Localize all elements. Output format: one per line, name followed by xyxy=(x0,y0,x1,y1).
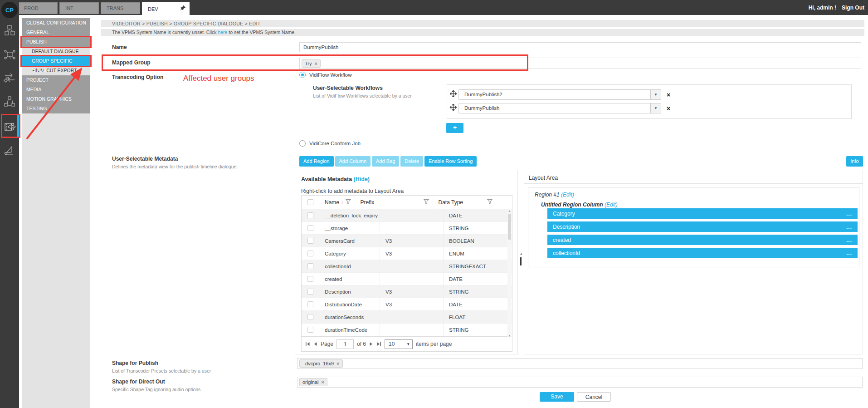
remove-workflow-icon[interactable]: × xyxy=(667,92,670,98)
layout-field-bar[interactable]: collectionId ... xyxy=(547,248,858,258)
table-row[interactable]: Description V3 STRING xyxy=(302,285,512,298)
panel-splitter[interactable]: ◄ xyxy=(519,170,523,354)
shape-for-publish-field[interactable]: _dvcpro_16x9 × xyxy=(297,358,863,369)
radio-vidicore-conform-job[interactable]: VidiCore Conform Job xyxy=(299,140,361,147)
toolbar-button[interactable]: Add Bag xyxy=(372,156,399,167)
remove-tag-icon[interactable]: × xyxy=(314,61,317,66)
sidebar-item[interactable]: MEDIA xyxy=(22,85,90,94)
layout-field-bar[interactable]: created ... xyxy=(547,235,858,245)
row-checkbox[interactable] xyxy=(307,212,313,218)
toolbar-button[interactable]: Add Region xyxy=(299,156,334,167)
sign-out-link[interactable]: Sign Out xyxy=(842,5,864,11)
table-row[interactable]: __storage STRING xyxy=(302,222,512,235)
cancel-button[interactable]: Cancel xyxy=(577,392,611,402)
info-button[interactable]: Info xyxy=(846,156,863,167)
grid-column-header[interactable]: Prefix ↑ xyxy=(355,196,433,209)
sidebar-item[interactable]: PROJECT xyxy=(22,75,90,85)
drag-handle-icon[interactable] xyxy=(450,104,457,113)
toolbar-button[interactable]: Add Column xyxy=(335,156,371,167)
column-edit-link[interactable]: (Edit) xyxy=(605,202,618,208)
sidebar-item[interactable]: MOTION GRAPHICS xyxy=(22,94,90,104)
table-row[interactable]: collectionId STRINGEXACT xyxy=(302,260,512,273)
layout-field-bar[interactable]: Category ... xyxy=(547,208,858,219)
table-row[interactable]: Category V3 ENUM xyxy=(302,247,512,260)
env-tab[interactable]: DEV xyxy=(142,2,190,15)
chevron-down-icon[interactable]: ▼ xyxy=(650,103,661,113)
env-tab[interactable]: TRANS xyxy=(101,2,140,14)
vector-tools-icon[interactable] xyxy=(4,144,16,156)
add-workflow-button[interactable]: + xyxy=(446,123,463,133)
grid-scrollbar[interactable]: ▲ ▼ xyxy=(507,210,512,337)
network-config-icon[interactable] xyxy=(4,49,16,61)
row-checkbox[interactable] xyxy=(307,251,313,256)
select-all-checkbox[interactable] xyxy=(307,199,313,205)
scroll-down-icon[interactable]: ▼ xyxy=(508,334,511,337)
remove-workflow-icon[interactable]: × xyxy=(667,105,670,112)
chevron-down-icon[interactable]: ▼ xyxy=(650,90,661,99)
sidebar-item[interactable]: GROUP SPECIFIC DIALO... xyxy=(22,56,90,66)
sidebar-item[interactable]: GLOBAL CONFIGURATION xyxy=(22,18,90,28)
radio-vidiflow-workflow[interactable]: VidiFlow Workflow xyxy=(299,72,352,78)
lifecycle-icon[interactable] xyxy=(4,96,16,108)
row-checkbox[interactable] xyxy=(307,238,313,244)
table-row[interactable]: durationSeconds FLOAT xyxy=(302,311,512,324)
table-row[interactable]: DistributionDate V3 DATE xyxy=(302,298,512,311)
sidebar-item[interactable]: TESTING xyxy=(22,104,90,113)
mapped-group-field[interactable]: Try × xyxy=(299,58,861,69)
vidieditor-icon[interactable] xyxy=(4,121,16,133)
workflow-dropdown[interactable]: DummyPublish2 ▼ xyxy=(458,89,661,100)
filter-funnel-icon[interactable] xyxy=(346,199,351,206)
workflow-dropdown[interactable]: DummyPublish ▼ xyxy=(458,103,661,113)
sidebar-item[interactable]: DEFAULT DIALOGUE xyxy=(22,47,90,56)
row-checkbox[interactable] xyxy=(307,301,313,307)
toolbar-button[interactable]: Enable Row Sorting xyxy=(424,156,477,167)
more-options-icon[interactable]: ... xyxy=(846,212,852,216)
next-page-icon[interactable] xyxy=(369,342,373,346)
row-checkbox[interactable] xyxy=(307,276,313,282)
scrollbar-thumb[interactable] xyxy=(508,214,511,240)
layout-field-bar[interactable]: Description ... xyxy=(547,221,858,232)
more-options-icon[interactable]: ... xyxy=(846,238,852,242)
drag-handle-icon[interactable] xyxy=(450,90,457,99)
env-tab[interactable]: PROD xyxy=(18,2,58,14)
table-row[interactable]: created DATE xyxy=(302,273,512,285)
remove-tag-icon[interactable]: × xyxy=(336,361,339,366)
filter-funnel-icon[interactable] xyxy=(487,199,493,206)
row-checkbox[interactable] xyxy=(307,225,313,231)
row-checkbox[interactable] xyxy=(307,314,313,320)
sidebar-item[interactable]: GENERAL xyxy=(22,28,90,37)
page-number-input[interactable]: 1 xyxy=(336,339,354,349)
splitter-grip[interactable] xyxy=(520,257,522,265)
save-button[interactable]: Save xyxy=(540,392,574,402)
name-input[interactable]: DummyPublish xyxy=(299,42,861,52)
region-edit-link[interactable]: (Edit) xyxy=(561,192,574,198)
hide-link[interactable]: (Hide) xyxy=(354,176,370,182)
scroll-up-icon[interactable]: ▲ xyxy=(508,210,511,212)
row-checkbox[interactable] xyxy=(307,289,313,295)
grid-column-header[interactable]: Name ↑ xyxy=(319,196,355,209)
items-per-page-select[interactable]: 10 ▼ xyxy=(385,339,413,349)
sidebar-item[interactable]: PUBLISH xyxy=(22,37,90,47)
table-row[interactable]: CameraCard V3 BOOLEAN xyxy=(302,235,512,247)
grid-column-header[interactable]: Data Type ↑ xyxy=(433,196,496,209)
more-options-icon[interactable]: ... xyxy=(846,251,852,255)
row-checkbox[interactable] xyxy=(307,327,313,333)
more-options-icon[interactable]: ... xyxy=(846,225,852,229)
table-row[interactable]: __deletion_lock_expiry DATE xyxy=(302,209,512,222)
assets-cubes-icon[interactable] xyxy=(4,25,16,37)
tag-label: original xyxy=(302,379,318,385)
table-row[interactable]: durationTimeCode STRING xyxy=(302,324,512,336)
env-tab[interactable]: INT xyxy=(59,2,99,14)
here-link[interactable]: here xyxy=(218,29,227,35)
avatar[interactable]: CP xyxy=(1,2,18,18)
toolbar-button[interactable]: Delete xyxy=(400,156,423,167)
row-checkbox[interactable] xyxy=(307,263,313,269)
first-page-icon[interactable] xyxy=(305,342,310,346)
last-page-icon[interactable] xyxy=(376,342,381,346)
prev-page-icon[interactable] xyxy=(313,342,317,346)
shape-for-direct-out-field[interactable]: original × xyxy=(297,377,863,388)
workflow-routing-icon[interactable] xyxy=(4,72,16,84)
filter-funnel-icon[interactable] xyxy=(424,199,429,206)
collapse-left-icon[interactable]: ◄ xyxy=(519,252,522,256)
remove-tag-icon[interactable]: × xyxy=(321,379,324,385)
